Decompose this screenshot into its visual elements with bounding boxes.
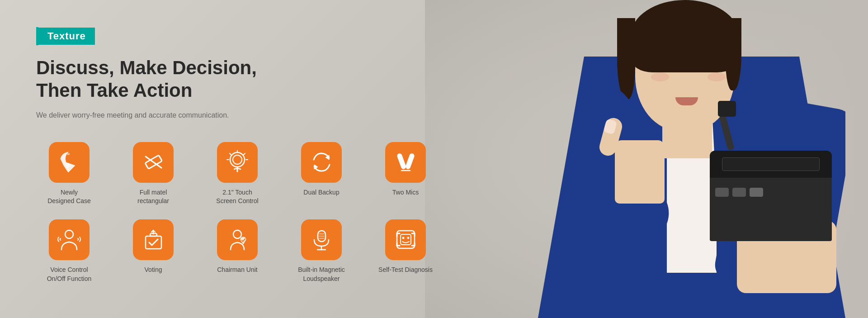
full-matel-label: Full matelrectangular [137,188,169,206]
self-test-label: Self-Test Diagnosis [378,266,433,275]
blush-right [651,72,669,81]
hair-top [631,0,739,72]
device-btn2 [732,188,746,197]
dual-backup-label: Dual Backup [303,188,339,197]
feature-newly-designed-case: NewlyDesigned Case [36,142,102,206]
svg-line-8 [243,153,245,155]
voice-control-icon-box [49,219,90,260]
neck [662,118,712,158]
svg-rect-14 [405,153,415,170]
chairman-unit-icon-box [217,219,258,260]
title-line1: Discuss, Make Decision, [36,57,439,79]
voting-icon [141,227,166,252]
newly-designed-case-label: NewlyDesigned Case [47,188,91,206]
voice-icon [57,227,82,252]
subtitle: We deliver worry-free meeting and accura… [36,111,439,119]
title-line2: Then Take Action [36,79,439,102]
backup-icon [309,150,334,175]
chairman-unit-label: Chairman Unit [217,266,257,275]
feature-voice-control: Voice ControlOn/Off Function [36,219,102,283]
features-grid: NewlyDesigned Case Full matelrectangular [36,142,439,283]
svg-rect-13 [396,153,406,170]
two-mics-icon-box [385,142,426,183]
device-body [710,151,832,241]
svg-point-4 [230,152,245,167]
feature-chairman-unit: Chairman Unit [204,219,270,275]
main-title: Discuss, Make Decision, Then Take Action [36,57,439,102]
person-figure [529,0,845,318]
svg-rect-0 [67,153,70,155]
feature-built-in-speaker: Built-in MagneticLoudspeaker [288,219,354,283]
device-btn1 [715,188,729,197]
chairman-icon [225,227,250,252]
full-matel-icon-box [133,142,174,183]
hair-side-left [726,18,741,90]
content-area: Texture Discuss, Make Decision, Then Tak… [0,0,475,318]
device-display [722,157,820,171]
newly-designed-case-icon-box [49,142,90,183]
person-image-area [461,0,868,318]
page-wrapper: Texture Discuss, Make Decision, Then Tak… [0,0,868,318]
feature-self-test: Self-Test Diagnosis [373,219,439,275]
voting-icon-box [133,219,174,260]
built-in-speaker-icon-box [301,219,342,260]
svg-point-1 [66,163,71,168]
device-buttons [710,182,832,202]
svg-point-5 [233,155,242,164]
svg-point-20 [233,230,241,238]
mics-icon [393,150,418,175]
feature-voting: Voting [120,219,186,275]
blush-left [708,72,726,81]
voting-label: Voting [145,266,162,275]
texture-label: Texture [38,28,95,45]
rectangular-icon [141,150,166,175]
self-test-icon-box [385,219,426,260]
dual-backup-icon-box [301,142,342,183]
built-in-speaker-label: Built-in MagneticLoudspeaker [298,266,345,283]
device-screen [710,151,832,178]
mic-head [718,101,736,117]
features-row-2: Voice ControlOn/Off Function [36,219,439,283]
case-icon [57,150,82,175]
svg-line-6 [230,153,231,155]
svg-rect-17 [146,236,161,249]
voice-control-label: Voice ControlOn/Off Function [47,266,92,283]
svg-rect-28 [401,234,411,245]
two-mics-label: Two Mics [392,188,419,197]
feature-dual-backup: Dual Backup [288,142,354,197]
touch-screen-label: 2.1" TouchScreen Control [216,188,258,206]
feature-full-matel: Full matelrectangular [120,142,186,206]
svg-point-30 [407,237,409,239]
device-btn3 [750,188,763,197]
feature-touch-screen: 2.1" TouchScreen Control [204,142,270,206]
svg-point-29 [402,237,404,239]
feature-two-mics: Two Mics [373,142,439,197]
hand-thumbsup [615,140,665,204]
texture-badge: Texture [36,27,439,45]
svg-point-16 [65,230,73,238]
touch-icon [225,150,250,175]
touch-screen-icon-box [217,142,258,183]
selftest-icon [393,227,418,252]
speaker-icon [309,227,334,252]
features-row-1: NewlyDesigned Case Full matelrectangular [36,142,439,206]
